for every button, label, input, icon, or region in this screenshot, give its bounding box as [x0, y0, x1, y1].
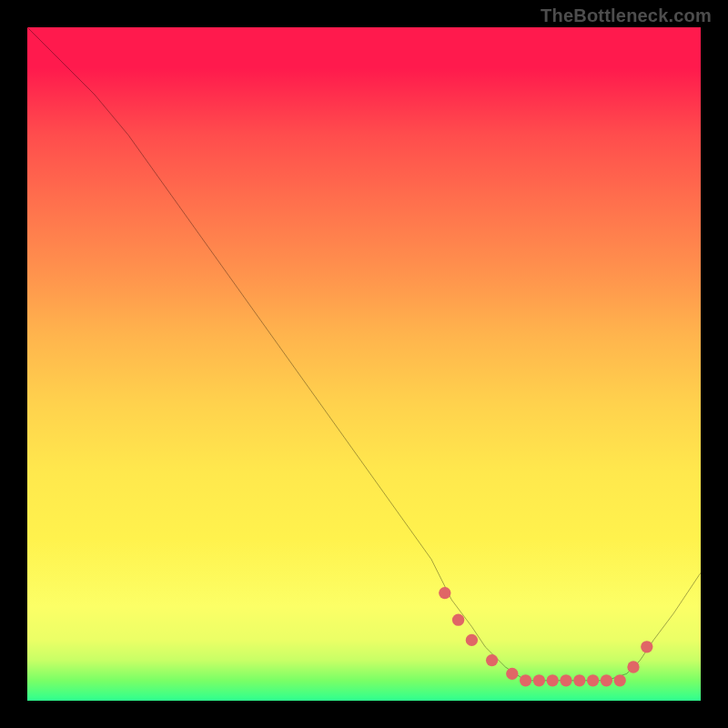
attribution-label: TheBottleneck.com [541, 5, 712, 26]
marker-point [560, 674, 571, 686]
chart-svg [27, 27, 701, 701]
marker-point [486, 654, 498, 666]
marker-point [466, 634, 478, 646]
marker-point [587, 674, 599, 686]
marker-point [506, 668, 518, 680]
marker-point [547, 674, 559, 686]
marker-point [627, 661, 639, 672]
marker-point [520, 674, 531, 686]
marker-group [439, 587, 652, 687]
marker-point [452, 614, 464, 626]
plot-area [27, 27, 701, 701]
marker-point [601, 674, 612, 686]
marker-point [641, 641, 652, 652]
marker-point [533, 674, 545, 686]
chart-stage: TheBottleneck.com [0, 0, 728, 728]
bottleneck-curve [27, 27, 701, 681]
marker-point [439, 587, 450, 599]
marker-point [573, 674, 585, 686]
marker-point [614, 674, 626, 686]
